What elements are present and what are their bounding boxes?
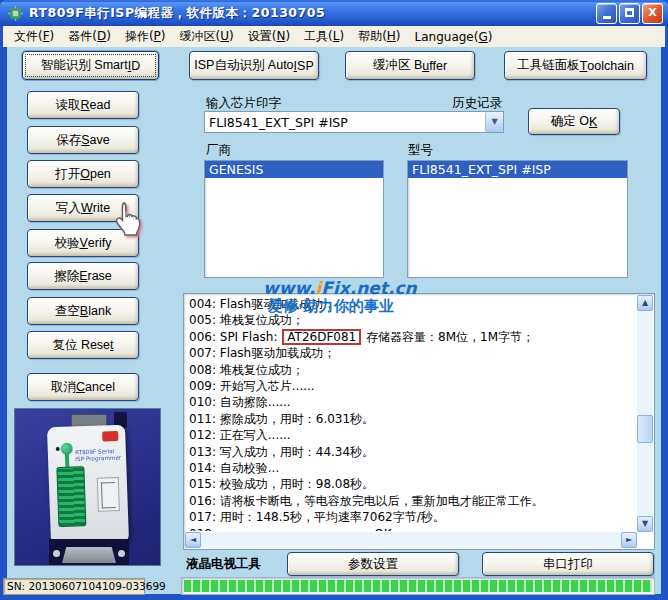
write-button[interactable]: 写入 Write: [27, 194, 139, 222]
app-icon: [7, 5, 24, 22]
serial-number-status: SN: 20130607104109-033699: [3, 578, 145, 595]
verify-button[interactable]: 校验 Verify: [27, 229, 139, 257]
list-item[interactable]: GENESIS: [205, 161, 383, 178]
log-line: 016: 请将板卡断电，等电容放完电以后，重新加电才能正常工作。: [189, 493, 636, 509]
device-photo: RT809F SerialISP Programmer: [14, 408, 161, 566]
maximize-icon: [625, 8, 634, 17]
vga-screw: [53, 550, 60, 557]
menu-tools[interactable]: 工具(L): [297, 26, 351, 47]
read-button[interactable]: 读取 Read: [27, 91, 139, 119]
vga-connector: [49, 539, 129, 565]
device-body: RT809F SerialISP Programmer: [47, 425, 129, 546]
log-line: 018: >────────────────────OK────────────…: [189, 526, 636, 531]
smartid-button[interactable]: 智能识别 SmartID: [22, 51, 159, 80]
window-title: RT809F串行ISP编程器，软件版本：20130705: [29, 5, 596, 22]
log-line: 006: SPI Flash: AT26DF081 存储器容量：8M位，1M字节…: [189, 329, 636, 345]
menu-buffer[interactable]: 缓冲区(U): [173, 26, 241, 47]
log-line: 014: 自动校验...: [189, 460, 636, 476]
scroll-up-icon[interactable]: ▲: [637, 295, 653, 311]
log-line: 008: 堆栈复位成功；: [189, 362, 636, 378]
chip-input[interactable]: [205, 112, 485, 132]
ok-button[interactable]: 确定 OK: [528, 108, 620, 135]
scroll-right-icon[interactable]: ►: [621, 532, 637, 548]
vga-plug: [62, 547, 116, 563]
model-list[interactable]: FLI8541_EXT_SPI #ISP: [407, 160, 628, 278]
open-button[interactable]: 打开 Open: [27, 160, 139, 188]
log-text: 004: Flash驱动加载成功； 005: 堆栈复位成功； 006: SPI …: [186, 296, 636, 531]
chip-combo[interactable]: ▼: [204, 111, 504, 133]
menu-file[interactable]: 文件(F): [7, 26, 61, 47]
menu-bar: 文件(F) 器件(D) 操作(P) 缓冲区(U) 设置(N) 工具(L) 帮助(…: [3, 26, 665, 47]
device-logo: [102, 431, 118, 442]
cancel-button[interactable]: 取消 Cancel: [27, 373, 139, 401]
device-diagram: [97, 477, 120, 512]
chevron-down-icon[interactable]: ▼: [485, 112, 503, 132]
log-line: 004: Flash驱动加载成功；: [189, 296, 636, 312]
log-line: 005: 堆栈复位成功；: [189, 312, 636, 328]
manufacturer-list[interactable]: GENESIS: [204, 160, 384, 278]
horizontal-scrollbar[interactable]: ◄ ►: [185, 532, 637, 548]
minimize-icon: [603, 16, 611, 19]
manufacturer-label: 厂商: [206, 142, 231, 159]
close-button[interactable]: X: [642, 3, 663, 24]
log-line: 015: 校验成功，用时：98.08秒。: [189, 476, 636, 492]
autoisp-button[interactable]: ISP自动识别 AutoISP: [189, 51, 319, 80]
device-label-text: RT809F SerialISP Programmer: [75, 447, 121, 462]
param-settings-button[interactable]: 参数设置: [287, 552, 459, 576]
save-button[interactable]: 保存 Save: [27, 126, 139, 154]
log-line: 017: 用时：148.5秒，平均速率7062字节/秒。: [189, 509, 636, 525]
serial-print-button[interactable]: 串口打印: [482, 552, 654, 576]
minimize-button[interactable]: [596, 3, 617, 24]
vga-screw: [118, 550, 125, 557]
reset-button[interactable]: 复位 Reset: [27, 331, 139, 359]
menu-help[interactable]: 帮助(H): [351, 26, 407, 47]
vertical-scrollbar[interactable]: ▲ ▼: [637, 295, 653, 532]
log-line: 013: 写入成功，用时：44.34秒。: [189, 444, 636, 460]
log-line: 011: 擦除成功，用时：6.031秒。: [189, 411, 636, 427]
scrollbar-thumb[interactable]: [637, 415, 653, 443]
menu-language[interactable]: Language(G): [408, 28, 500, 46]
device-led: [56, 447, 60, 451]
menu-operate[interactable]: 操作(P): [118, 26, 173, 47]
log-panel: 004: Flash驱动加载成功； 005: 堆栈复位成功； 006: SPI …: [183, 293, 655, 550]
scroll-down-icon[interactable]: ▼: [637, 516, 653, 532]
toolchain-button[interactable]: 工具链面板 Toolchain: [504, 51, 647, 80]
maximize-button[interactable]: [619, 3, 640, 24]
log-line: 009: 开始写入芯片......: [189, 378, 636, 394]
lcd-tools-label: 液晶电视工具: [186, 556, 261, 573]
title-bar[interactable]: RT809F串行ISP编程器，软件版本：20130705 X: [0, 0, 668, 26]
menu-device[interactable]: 器件(D): [61, 26, 118, 47]
chip-input-label: 输入芯片印字: [206, 95, 281, 112]
list-item[interactable]: FLI8541_EXT_SPI #ISP: [408, 161, 627, 178]
zif-socket: [56, 466, 86, 527]
buffer-button[interactable]: 缓冲区 Buffer: [345, 51, 475, 80]
log-line: 010: 自动擦除......: [189, 394, 636, 410]
close-icon: X: [648, 6, 656, 19]
log-line: 007: Flash驱动加载成功；: [189, 345, 636, 361]
blank-button[interactable]: 查空 Blank: [27, 297, 139, 325]
model-label: 型号: [408, 142, 433, 159]
log-line: 012: 正在写入......: [189, 427, 636, 443]
menu-settings[interactable]: 设置(N): [241, 26, 297, 47]
app-window: RT809F串行ISP编程器，软件版本：20130705 X 文件(F) 器件(…: [0, 0, 668, 600]
history-label: 历史记录: [452, 95, 502, 112]
progress-fill: [184, 580, 652, 592]
erase-button[interactable]: 擦除 Erase: [27, 262, 139, 290]
progress-bar: [181, 577, 655, 595]
scroll-left-icon[interactable]: ◄: [185, 532, 201, 548]
